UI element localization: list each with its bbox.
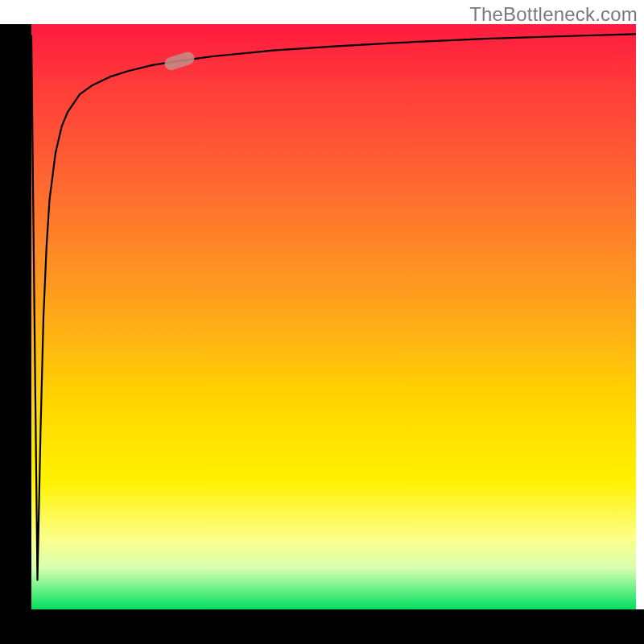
watermark-text: TheBottleneck.com	[469, 3, 638, 26]
svg-rect-0	[163, 50, 196, 72]
bottleneck-curve	[31, 34, 636, 580]
y-axis-bar	[0, 24, 31, 609]
curve-layer	[31, 24, 636, 609]
curve-marker	[163, 50, 196, 72]
x-axis-bar	[0, 609, 644, 644]
plot-wrap	[0, 0, 644, 644]
